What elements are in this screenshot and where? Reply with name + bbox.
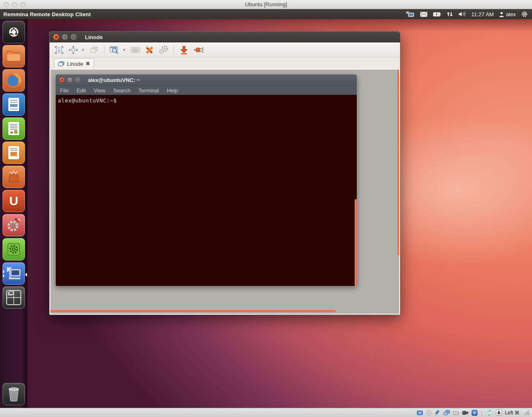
keyboard-icon (130, 47, 140, 53)
gear-wrench-icon (6, 217, 22, 233)
menu-terminal[interactable]: Terminal (139, 87, 159, 94)
writer-document-icon (8, 98, 19, 111)
keyboard-grab-button[interactable] (129, 44, 142, 56)
settings-gears-button[interactable] (157, 44, 170, 56)
remmina-tabbar: Linode ✖ (50, 57, 400, 69)
fit-window-button[interactable] (67, 44, 80, 56)
remote-terminal-window[interactable]: ✕ – ▢ alex@ubuntuVNC: ~ File Edit View S… (56, 74, 357, 286)
viewport-vertical-scrollbar[interactable] (398, 70, 399, 256)
connection-tab-linode[interactable]: Linode ✖ (54, 58, 94, 69)
mail-icon[interactable] (420, 12, 428, 17)
tab-label: Linode (67, 61, 83, 67)
duplicate-window-icon (89, 46, 99, 54)
launcher-item-files[interactable] (2, 45, 25, 67)
update-down-arrow-icon (180, 45, 188, 55)
terminal-close-button[interactable]: ✕ (59, 77, 65, 83)
wallpaper-shade (0, 19, 532, 32)
calc-spreadsheet-icon (8, 122, 19, 135)
terminal-scrollbar-thumb[interactable] (355, 199, 357, 286)
host-key-label: Left ⌘ (505, 410, 520, 416)
update-button[interactable] (178, 44, 190, 56)
vbox-statusbar: V Left ⌘ (0, 408, 532, 417)
active-app-title[interactable]: Remmina Remote Desktop Client (3, 11, 91, 17)
running-pip (3, 270, 5, 273)
unity-launcher: U (0, 19, 27, 408)
launcher-item-libreoffice-calc[interactable] (2, 117, 25, 140)
launcher-item-ubuntu-software-center[interactable] (2, 166, 25, 188)
tools-icon (144, 45, 154, 55)
terminal-minimize-button[interactable]: – (67, 77, 73, 83)
remmina-icon (5, 266, 22, 281)
dropdown-arrow-icon[interactable]: ▼ (122, 48, 127, 52)
zoom-icon (109, 46, 119, 54)
tab-close-button[interactable]: ✖ (86, 61, 90, 67)
clock[interactable]: 11:27 AM (471, 11, 494, 17)
workspace-grid-icon (6, 290, 22, 305)
launcher-item-firefox[interactable] (2, 69, 25, 92)
launcher-item-libreoffice-impress[interactable] (2, 141, 25, 164)
launcher-item-ubuntu-one[interactable]: U (2, 190, 25, 212)
vbox-window-title: Ubuntu [Running] (0, 1, 532, 7)
window-minimize-button[interactable]: – (62, 34, 68, 40)
ubuntu-menubar: Remmina Remote Desktop Client 11:27 AM (0, 9, 532, 19)
dropdown-arrow-icon[interactable]: ▼ (81, 48, 86, 52)
zoom-button[interactable] (108, 44, 121, 56)
menu-edit[interactable]: Edit (77, 87, 86, 94)
terminal-menubar: File Edit View Search Terminal Help (56, 85, 357, 95)
toolbar-separator (174, 45, 174, 55)
user-menu[interactable]: alex (499, 11, 516, 17)
menu-search[interactable]: Search (113, 87, 130, 94)
window-close-button[interactable]: ✕ (53, 34, 60, 40)
remote-desktop-indicator-icon[interactable] (405, 11, 415, 17)
menu-file[interactable]: File (60, 87, 69, 94)
keyboard-capture-icon[interactable] (496, 410, 502, 416)
terminal-maximize-button[interactable]: ▢ (75, 77, 81, 83)
launcher-item-system-settings[interactable] (2, 214, 25, 236)
preferences-tools-button[interactable] (143, 44, 156, 56)
features-chip-icon[interactable]: V (472, 410, 477, 416)
terminal-titlebar[interactable]: ✕ – ▢ alex@ubuntuVNC: ~ (56, 74, 357, 85)
menu-help[interactable]: Help (167, 87, 178, 94)
trash-icon (7, 387, 20, 402)
username: alex (506, 11, 516, 17)
svg-text:1: 1 (58, 48, 60, 52)
remmina-window: ✕ – ▢ Linode 1 ▼ ▼ (49, 31, 400, 315)
session-gear-icon[interactable] (521, 11, 528, 17)
network-icon[interactable] (443, 410, 450, 416)
hdd-icon[interactable] (417, 410, 423, 416)
pencil-icon[interactable] (435, 410, 440, 416)
launcher-item-trash[interactable] (2, 383, 25, 405)
video-capture-icon[interactable] (462, 410, 469, 415)
fullscreen-button[interactable]: 1 (53, 44, 65, 56)
folder-icon (6, 50, 21, 62)
resize-grip[interactable] (524, 410, 530, 415)
window-maximize-button[interactable]: ▢ (70, 34, 77, 40)
volume-icon[interactable] (458, 11, 466, 17)
impress-presentation-icon (8, 146, 19, 159)
terminal-title: alex@ubuntuVNC: ~ (88, 77, 140, 83)
terminal-body[interactable]: alex@ubuntuVNC:~$ (56, 95, 357, 286)
launcher-item-workspace-switcher[interactable] (2, 286, 25, 309)
green-gear-icon (7, 242, 21, 256)
launcher-item-ubuntu-tweak[interactable] (2, 238, 25, 261)
disconnect-button[interactable] (192, 44, 204, 56)
viewport-horizontal-scrollbar[interactable] (50, 310, 336, 312)
battery-icon[interactable] (433, 12, 441, 17)
launcher-item-dash-home[interactable] (2, 21, 25, 43)
launcher-item-remmina[interactable] (2, 262, 25, 285)
shared-folders-icon[interactable] (453, 410, 459, 415)
remmina-viewport: ✕ – ▢ alex@ubuntuVNC: ~ File Edit View S… (50, 69, 400, 315)
menu-view[interactable]: View (94, 87, 105, 94)
remmina-titlebar[interactable]: ✕ – ▢ Linode (50, 32, 400, 42)
disconnect-plug-icon (193, 46, 203, 54)
duplicate-window-button[interactable] (88, 44, 100, 56)
launcher-item-libreoffice-writer[interactable] (2, 93, 25, 116)
tab-monitor-icon (58, 61, 65, 66)
sync-arrows-icon[interactable] (447, 11, 453, 17)
vnc-remote-desktop[interactable]: ✕ – ▢ alex@ubuntuVNC: ~ File Edit View S… (50, 70, 399, 314)
optical-disc-icon[interactable] (426, 410, 432, 416)
focused-app-arrow (25, 273, 27, 277)
remmina-window-title: Linode (85, 34, 103, 40)
user-icon (499, 12, 504, 17)
mouse-integration-icon[interactable] (486, 410, 493, 416)
